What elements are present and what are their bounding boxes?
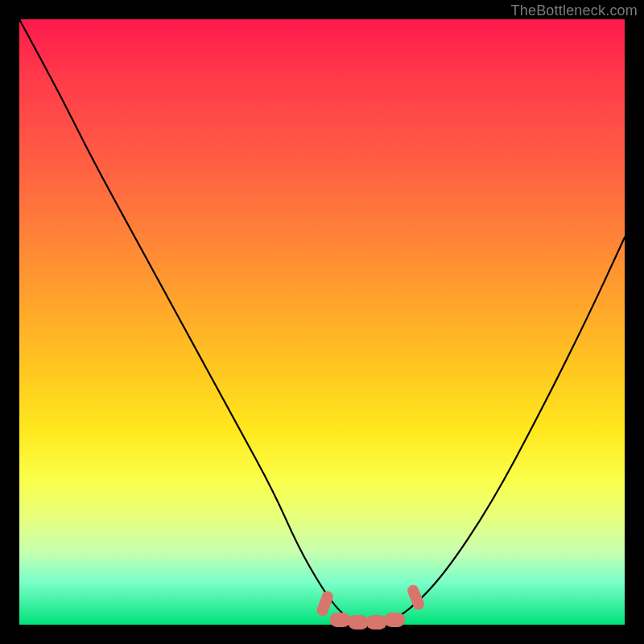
plot-area — [19, 19, 625, 625]
marker-flat-3 — [366, 615, 387, 630]
outer-frame: TheBottleneck.com — [0, 0, 644, 644]
marker-flat-2 — [348, 615, 369, 630]
marker-flat-4 — [384, 613, 405, 627]
marker-left-edge — [316, 589, 335, 617]
curve-svg — [19, 19, 625, 625]
bottleneck-curve — [19, 19, 625, 625]
trough-markers — [316, 584, 426, 630]
attribution-text: TheBottleneck.com — [511, 2, 638, 19]
marker-flat-1 — [330, 613, 351, 627]
